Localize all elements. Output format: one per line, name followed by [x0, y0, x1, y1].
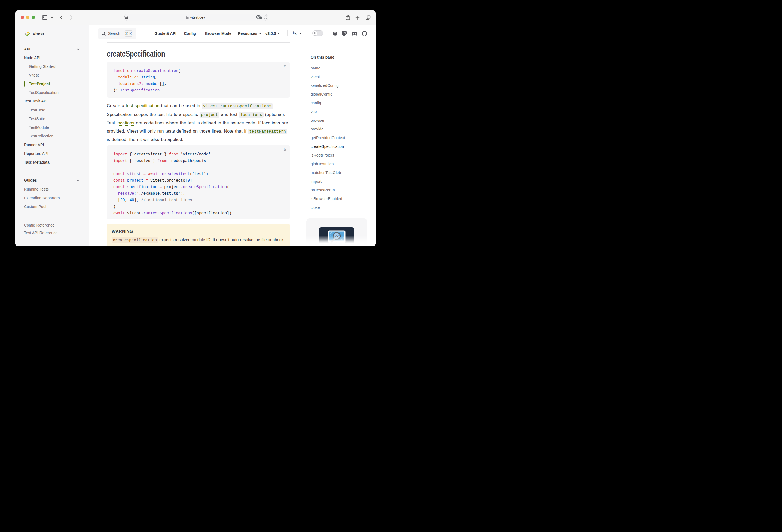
svg-text:A: A: [294, 33, 296, 36]
